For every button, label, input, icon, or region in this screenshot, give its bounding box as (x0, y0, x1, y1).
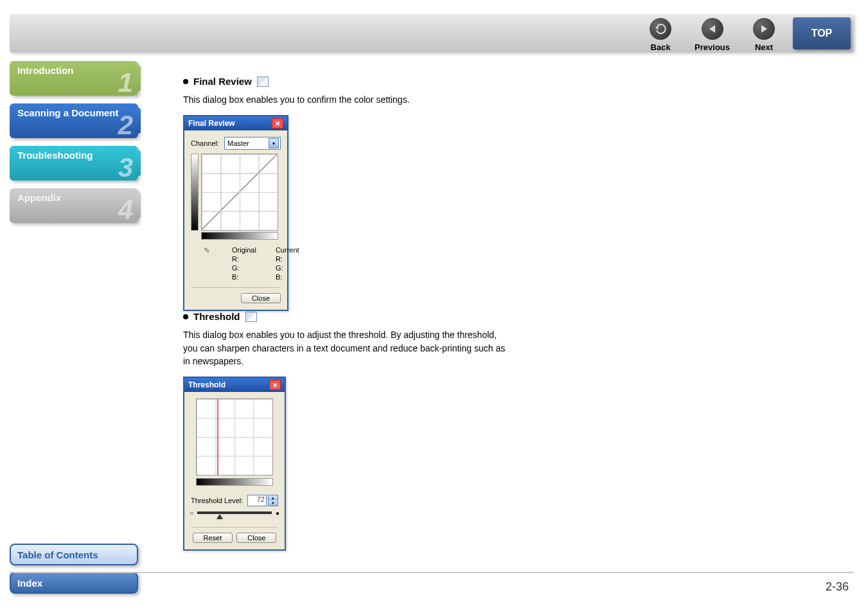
final-review-heading: Final Review (183, 76, 511, 87)
sidebar-item-label: Introduction (17, 65, 73, 76)
bullet-icon (183, 79, 188, 84)
top-button[interactable]: TOP (793, 17, 851, 49)
channel-select[interactable]: Master ▾ (224, 137, 281, 150)
spinner-down-icon[interactable]: ▾ (269, 501, 278, 506)
sidebar-item-label: Scanning a Document (17, 107, 119, 118)
sidebar-item-number: 4 (118, 195, 133, 226)
rgb-current-column: Current R: G: B: (276, 246, 299, 281)
reset-button[interactable]: Reset (193, 533, 233, 543)
top-button-label: TOP (811, 28, 833, 39)
close-button[interactable]: Close (241, 293, 281, 303)
tool-icon (257, 76, 269, 87)
index-label: Index (17, 578, 42, 589)
eyedropper-icon: ✎ (204, 246, 210, 281)
final-review-dialog: Final Review ✕ Channel: Master ▾ (183, 115, 288, 311)
slider-min-icon: ○ (190, 510, 193, 517)
dialog-footer: Reset Close (191, 527, 278, 543)
next-label: Next (755, 42, 773, 52)
original-header: Original (232, 246, 256, 254)
sidebar-item-number: 1 (118, 67, 133, 98)
next-button[interactable]: Next (741, 14, 786, 52)
close-icon[interactable]: ✕ (272, 118, 283, 129)
tool-icon (245, 312, 257, 322)
content-area: Final Review This dialog box enables you… (183, 76, 849, 551)
threshold-level-row: Threshold Level: 72 ▴ ▾ (191, 495, 278, 506)
sidebar-item-scanning[interactable]: Scanning a Document 2 (10, 103, 138, 138)
final-review-description: This dialog box enables you to confirm t… (183, 93, 511, 106)
slider-thumb[interactable] (217, 514, 223, 519)
dialog-body: Channel: Master ▾ ✎ Original (184, 130, 287, 310)
curve-grid (201, 154, 278, 231)
threshold-section: Threshold This dialog box enables you to… (183, 311, 511, 551)
previous-label: Previous (695, 42, 730, 52)
next-icon (753, 18, 775, 40)
back-label: Back (651, 42, 671, 52)
threshold-dialog: Threshold ✕ Threshold Level: 72 ▴ ▾ (183, 377, 286, 551)
curve-line (201, 154, 277, 230)
final-review-title: Final Review (193, 76, 252, 87)
threshold-level-value[interactable]: 72 (247, 495, 267, 506)
rgb-readout: ✎ Original R: G: B: Current R: G: B: (191, 246, 281, 281)
dialog-body: Threshold Level: 72 ▴ ▾ ○ ● (184, 392, 285, 549)
previous-icon (702, 18, 723, 40)
svg-marker-2 (761, 25, 767, 33)
rgb-original-column: Original R: G: B: (232, 246, 256, 281)
dialog-titlebar: Final Review ✕ (184, 116, 287, 130)
grid-lines (197, 399, 272, 475)
close-button-label: Close (247, 534, 265, 542)
index-button[interactable]: Index (10, 572, 138, 594)
threshold-heading: Threshold (183, 311, 511, 322)
slider-track (197, 511, 272, 514)
threshold-title: Threshold (193, 311, 240, 322)
footer-divider (10, 572, 854, 573)
final-review-section: Final Review This dialog box enables you… (183, 76, 511, 311)
spinner-up-icon[interactable]: ▴ (269, 495, 278, 501)
back-button[interactable]: Back (638, 14, 683, 52)
page-number: 2-36 (826, 580, 849, 594)
horizontal-gradient (196, 478, 273, 486)
b-label: B: (276, 273, 299, 281)
previous-button[interactable]: Previous (683, 14, 741, 52)
threshold-level-spinner[interactable]: 72 ▴ ▾ (247, 495, 278, 506)
b-label: B: (232, 273, 256, 281)
histogram-grid (196, 398, 273, 475)
sidebar-item-appendix[interactable]: Appendix 4 (10, 188, 138, 223)
g-label: G: (232, 264, 256, 272)
dialog-titlebar: Threshold ✕ (184, 378, 285, 392)
reset-button-label: Reset (204, 534, 222, 542)
spinner-buttons[interactable]: ▴ ▾ (268, 495, 278, 506)
sidebar-item-label: Troubleshooting (17, 150, 93, 161)
svg-marker-0 (655, 26, 659, 30)
close-button[interactable]: Close (236, 533, 276, 543)
threshold-slider[interactable]: ○ ● (191, 509, 278, 520)
sidebar-item-label: Appendix (17, 192, 61, 203)
channel-label: Channel: (191, 139, 219, 147)
r-label: R: (232, 255, 256, 263)
slider-max-icon: ● (276, 510, 279, 517)
bullet-icon (183, 314, 188, 319)
close-button-label: Close (252, 294, 270, 302)
threshold-level-label: Threshold Level: (191, 497, 243, 504)
sidebar-item-number: 3 (118, 152, 133, 183)
table-of-contents-button[interactable]: Table of Contents (10, 544, 138, 565)
channel-selected-value: Master (227, 139, 249, 147)
svg-marker-1 (709, 25, 715, 33)
vertical-gradient (191, 154, 199, 231)
sidebar-item-number: 2 (118, 110, 133, 141)
top-toolbar: Back Previous Next TOP (10, 14, 854, 53)
g-label: G: (276, 264, 299, 272)
threshold-indicator (217, 399, 218, 475)
dialog-footer: Close (191, 287, 281, 303)
threshold-description: This dialog box enables you to adjust th… (183, 328, 511, 368)
back-icon (650, 18, 671, 40)
chevron-down-icon: ▾ (269, 138, 279, 148)
sidebar-item-troubleshooting[interactable]: Troubleshooting 3 (10, 146, 138, 181)
sidebar: Introduction 1 Scanning a Document 2 Tro… (10, 61, 138, 231)
sidebar-footer: Table of Contents Index (10, 537, 138, 594)
dialog-title-text: Final Review (188, 119, 235, 128)
close-icon[interactable]: ✕ (269, 380, 281, 390)
sidebar-item-introduction[interactable]: Introduction 1 (10, 61, 138, 96)
current-header: Current (276, 246, 299, 254)
toc-label: Table of Contents (17, 549, 98, 560)
r-label: R: (276, 255, 299, 263)
